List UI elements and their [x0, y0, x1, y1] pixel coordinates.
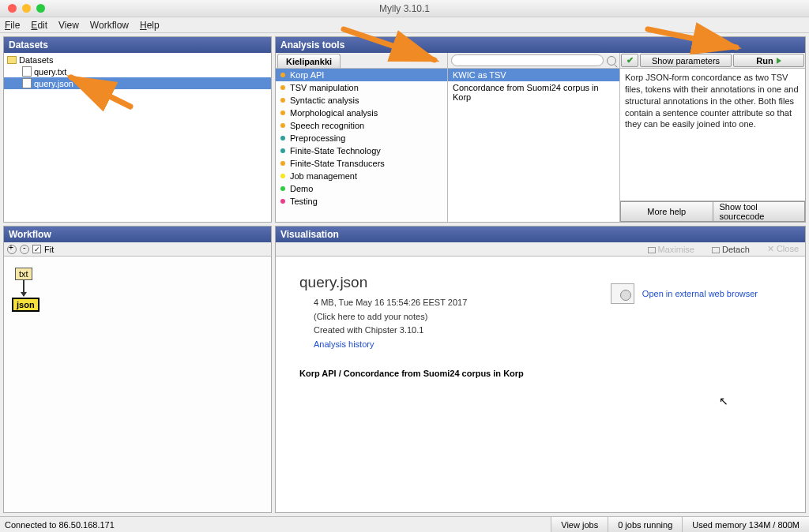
mouse-cursor-icon: ↖ [719, 395, 728, 407]
jobs-running-status: 0 jobs running [608, 517, 682, 532]
menu-help[interactable]: Help [140, 20, 160, 31]
workflow-header: Workflow [4, 227, 271, 242]
category-bullet-icon [280, 174, 285, 178]
category-bullet-icon [280, 199, 285, 204]
analysis-path: Korp API / Concordance from Suomi24 corp… [299, 369, 781, 378]
tree-root-label: Datasets [19, 55, 53, 65]
tree-item-label: query.json [34, 79, 73, 88]
close-window-button[interactable] [8, 4, 17, 13]
show-sourcecode-button[interactable]: Show tool sourcecode [713, 201, 806, 222]
workflow-canvas[interactable]: txt json [4, 257, 271, 512]
created-with: Created with Chipster 3.10.1 [314, 324, 781, 338]
category-label: Korp API [290, 70, 324, 80]
minimize-window-button[interactable] [22, 4, 31, 13]
category-bullet-icon [280, 148, 285, 153]
datasets-tree[interactable]: Datasets query.txt query.json [4, 53, 271, 222]
tree-item-label: query.txt [34, 67, 66, 77]
analysis-header: Analysis tools [276, 37, 805, 53]
category-row[interactable]: Finite-State Transducers [276, 157, 447, 170]
window-title: Mylly 3.10.1 [379, 3, 430, 14]
open-external-link[interactable]: Open in external web browser [642, 289, 758, 298]
tool-row-selected[interactable]: KWIC as TSV [448, 69, 619, 81]
more-help-button[interactable]: More help [620, 201, 713, 222]
category-list[interactable]: Korp APITSV manipulationSyntactic analys… [276, 69, 447, 222]
menu-file[interactable]: File [5, 20, 20, 31]
tool-list[interactable]: KWIC as TSV Concordance from Suomi24 cor… [448, 69, 619, 222]
maximise-button: Maximise [648, 245, 694, 254]
category-row[interactable]: Morphological analysis [276, 107, 447, 119]
tree-item-selected[interactable]: query.json [4, 77, 271, 89]
validate-button[interactable]: ✔ [621, 54, 638, 67]
category-label: Speech recognition [290, 121, 364, 130]
show-parameters-button[interactable]: Show parameters [640, 54, 732, 67]
category-label: Demo [290, 184, 313, 193]
category-row[interactable]: Preprocessing [276, 132, 447, 144]
run-button[interactable]: Run [733, 54, 804, 67]
tree-root[interactable]: Datasets [4, 54, 271, 66]
zoom-out-icon[interactable] [20, 245, 29, 254]
fit-label: Fit [44, 245, 54, 254]
workflow-edge [23, 280, 24, 296]
visualisation-header: Visualisation [276, 227, 805, 242]
category-label: Syntactic analysis [290, 96, 359, 105]
zoom-in-icon[interactable] [7, 245, 17, 254]
category-tab[interactable]: Kielipankki [277, 54, 341, 68]
category-row[interactable]: Speech recognition [276, 119, 447, 132]
tree-item[interactable]: query.txt [4, 66, 271, 77]
category-label: Finite-State Transducers [290, 159, 385, 168]
detach-icon [712, 247, 720, 253]
maximise-icon [648, 247, 656, 253]
menu-edit[interactable]: Edit [31, 20, 47, 31]
datasets-header: Datasets [4, 37, 271, 53]
category-row[interactable]: Testing [276, 195, 447, 208]
analysis-panel: Analysis tools Kielipankki Korp APITSV m… [275, 36, 806, 223]
category-label: Testing [290, 197, 318, 206]
category-bullet-icon [280, 123, 285, 128]
tool-row-secondary[interactable]: Concordance from Suomi24 corpus in Korp [448, 81, 619, 103]
category-row[interactable]: Syntactic analysis [276, 94, 447, 107]
detach-button[interactable]: Detach [712, 245, 750, 254]
category-row[interactable]: Job management [276, 170, 447, 182]
folder-icon [7, 56, 17, 64]
category-bullet-icon [280, 136, 285, 140]
analysis-history-link[interactable]: Analysis history [314, 338, 781, 352]
file-icon [22, 66, 32, 77]
play-icon [777, 58, 781, 64]
menu-bar: File Edit View Workflow Help [0, 17, 809, 33]
memory-status: Used memory 134M / 800M [682, 517, 809, 532]
menu-workflow[interactable]: Workflow [90, 20, 129, 31]
workflow-node-json[interactable]: json [12, 298, 40, 312]
category-row[interactable]: Demo [276, 182, 447, 195]
status-bar: Connected to 86.50.168.171 View jobs 0 j… [0, 516, 809, 532]
window-titlebar: Mylly 3.10.1 [0, 0, 809, 17]
file-icon [22, 78, 32, 88]
category-row[interactable]: TSV manipulation [276, 81, 447, 94]
zoom-window-button[interactable] [36, 4, 45, 13]
connection-status: Connected to 86.50.168.171 [0, 517, 551, 532]
category-bullet-icon [280, 161, 285, 166]
category-bullet-icon [280, 73, 285, 77]
close-vis-button: ✕ Close [767, 244, 799, 254]
tool-search-input[interactable] [451, 54, 604, 66]
menu-view[interactable]: View [58, 20, 79, 31]
category-label: Morphological analysis [290, 108, 378, 118]
datasets-panel: Datasets Datasets query.txt query.json [3, 36, 272, 223]
category-bullet-icon [280, 111, 285, 115]
category-label: TSV manipulation [290, 83, 359, 92]
tool-description: Korp JSON-form concordance as two TSV fi… [620, 69, 805, 200]
search-icon[interactable] [607, 56, 616, 66]
category-label: Job management [290, 171, 357, 181]
category-bullet-icon [280, 85, 285, 90]
notes-placeholder[interactable]: (Click here to add your notes) [314, 310, 781, 324]
view-jobs-button[interactable]: View jobs [551, 517, 608, 532]
workflow-node-txt[interactable]: txt [15, 268, 32, 280]
visualisation-panel: Visualisation Maximise Detach ✕ Close qu… [275, 226, 806, 513]
browser-icon [611, 283, 634, 304]
category-row[interactable]: Finite-State Technology [276, 144, 447, 157]
category-bullet-icon [280, 98, 285, 103]
category-label: Finite-State Technology [290, 146, 381, 155]
category-label: Preprocessing [290, 133, 345, 143]
fit-checkbox[interactable]: ✓ [32, 245, 41, 253]
category-row[interactable]: Korp API [276, 69, 447, 81]
category-bullet-icon [280, 186, 285, 191]
